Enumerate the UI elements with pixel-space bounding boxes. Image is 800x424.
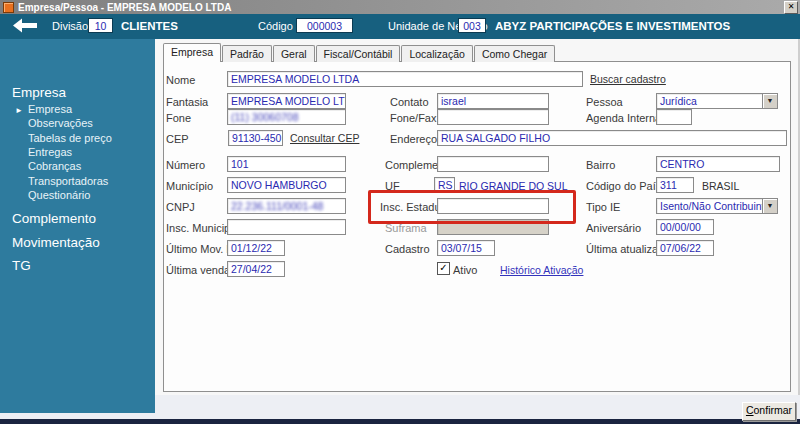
cadastro-label: Cadastro	[385, 243, 430, 255]
back-arrow-icon[interactable]	[13, 18, 37, 33]
contato-label: Contato	[390, 96, 429, 108]
sidebar-item-questionario[interactable]: Questionário	[28, 189, 90, 201]
ultimo-mov-fin-field[interactable]: 01/12/22	[227, 240, 285, 256]
tab-como-chegar[interactable]: Como Chegar	[474, 45, 555, 62]
cadastro-field[interactable]: 03/07/15	[437, 240, 495, 256]
unidade-negocio-name: ABYZ PARTICIPAÇÕES E INVESTIMENTOS	[495, 20, 730, 32]
cnpj-label: CNPJ	[166, 201, 195, 213]
consultar-cep-link[interactable]: Consultar CEP	[290, 132, 359, 144]
agenda-interna-label: Agenda Interna	[586, 112, 661, 124]
tab-empresa[interactable]: Empresa	[163, 43, 221, 62]
historico-ativacao-link[interactable]: Histórico Ativação	[500, 264, 583, 276]
sidebar-group-empresa[interactable]: Empresa	[12, 85, 66, 100]
footer-strip	[155, 395, 800, 419]
nome-field[interactable]: EMPRESA MODELO LTDA	[227, 71, 583, 87]
insc-estadual-highlight	[368, 190, 576, 224]
numero-field[interactable]: 101	[227, 156, 346, 172]
pessoa-dropdown[interactable]: Jurídica ▼	[656, 93, 778, 109]
codigo-pais-field[interactable]: 311	[656, 177, 694, 193]
sidebar-item-observacoes[interactable]: Observações	[28, 117, 93, 129]
divisao-field[interactable]: 10	[88, 18, 113, 33]
cep-label: CEP	[166, 133, 189, 145]
sidebar-group-movimentacao[interactable]: Movimentação	[12, 235, 100, 250]
sidebar-group-tg[interactable]: TG	[12, 258, 31, 273]
sidebar-item-entregas[interactable]: Entregas	[28, 146, 72, 158]
fone-label: Fone	[166, 112, 191, 124]
tab-fiscal-contabil[interactable]: Fiscal/Contábil	[316, 45, 401, 62]
sidebar-group-complemento[interactable]: Complemento	[12, 211, 96, 226]
ultima-venda-field[interactable]: 27/04/22	[227, 261, 285, 277]
fone-fax-label: Fone/Fax	[390, 112, 436, 124]
fone-value-redacted: (11) 30060708	[231, 111, 299, 123]
app-icon	[3, 2, 14, 13]
chevron-down-icon[interactable]: ▼	[762, 199, 777, 213]
cnpj-field[interactable]: 22.236.111/0001-48	[227, 198, 346, 214]
fantasia-field[interactable]: EMPRESA MODELO LTDA	[227, 93, 346, 109]
endereco-label: Endereço	[390, 133, 437, 145]
complemento-field[interactable]	[437, 156, 549, 172]
aniversario-field[interactable]: 00/00/00	[656, 219, 714, 235]
aniversario-label: Aniversário	[586, 222, 641, 234]
sidebar-item-tabelas-de-preco[interactable]: Tabelas de preço	[28, 132, 112, 144]
confirmar-label: Confirmar	[743, 403, 795, 418]
chevron-down-icon[interactable]: ▼	[762, 94, 777, 108]
ativo-checkbox[interactable]: ✓	[437, 262, 450, 275]
ultima-atualizacao-field[interactable]: 07/06/22	[656, 240, 714, 256]
app-window: Empresa/Pessoa - EMPRESA MODELO LTDA ✕ D…	[0, 0, 800, 424]
active-item-arrow-icon: ►	[15, 106, 23, 115]
divisao-label: Divisão	[52, 20, 88, 32]
close-icon[interactable]: ✕	[784, 1, 798, 14]
nome-label: Nome	[166, 74, 195, 86]
numero-label: Número	[166, 159, 205, 171]
codigo-field[interactable]: 000003	[296, 18, 353, 33]
codigo-label: Código	[258, 20, 293, 32]
fone-field[interactable]: (11) 30060708	[227, 109, 346, 125]
municipio-label: Município	[166, 180, 213, 192]
title-bar: Empresa/Pessoa - EMPRESA MODELO LTDA ✕	[0, 0, 800, 14]
agenda-interna-field[interactable]	[656, 109, 692, 125]
codigo-pais-name-text: BRASIL	[702, 180, 739, 192]
tab-geral[interactable]: Geral	[273, 45, 315, 62]
contato-field[interactable]: israel	[437, 93, 549, 109]
bairro-label: Bairro	[586, 159, 615, 171]
pessoa-value: Jurídica	[660, 95, 697, 107]
buscar-cadastro-link[interactable]: Buscar cadastro	[590, 73, 666, 85]
tipo-ie-label: Tipo IE	[586, 201, 620, 213]
bairro-field[interactable]: CENTRO	[656, 156, 780, 172]
fantasia-label: Fantasia	[166, 96, 208, 108]
ativo-label: Ativo	[453, 264, 477, 276]
fone-fax-field[interactable]	[437, 109, 549, 125]
confirmar-button[interactable]: Confirmar	[742, 402, 796, 421]
sidebar: Empresa ► Empresa Observações Tabelas de…	[0, 39, 155, 413]
tipo-ie-dropdown[interactable]: Isento/Não Contribuinte ▼	[656, 198, 778, 214]
cnpj-value-redacted: 22.236.111/0001-48	[231, 200, 323, 212]
tipo-ie-value: Isento/Não Contribuinte	[660, 200, 770, 212]
tab-padrao[interactable]: Padrão	[222, 45, 272, 62]
tab-localizacao[interactable]: Localização	[401, 45, 472, 62]
divisao-name: CLIENTES	[121, 20, 178, 32]
window-bottom-edge	[0, 419, 800, 424]
insc-municipal-field[interactable]	[227, 219, 346, 235]
sidebar-item-empresa[interactable]: Empresa	[28, 103, 72, 115]
codigo-pais-label: Código do País	[586, 180, 661, 192]
cep-field[interactable]: 91130-450	[228, 130, 283, 146]
endereco-field[interactable]: RUA SALGADO FILHO	[437, 130, 787, 146]
window-title: Empresa/Pessoa - EMPRESA MODELO LTDA	[18, 2, 231, 13]
sidebar-item-cobrancas[interactable]: Cobranças	[28, 160, 81, 172]
pessoa-label: Pessoa	[586, 96, 623, 108]
unidade-negocio-field[interactable]: 003	[458, 18, 486, 33]
ultima-venda-label: Última venda	[166, 264, 230, 276]
tab-strip: Empresa Padrão Geral Fiscal/Contábil Loc…	[163, 45, 556, 62]
municipio-field[interactable]: NOVO HAMBURGO	[227, 177, 346, 193]
sidebar-item-transportadoras[interactable]: Transportadoras	[28, 175, 108, 187]
